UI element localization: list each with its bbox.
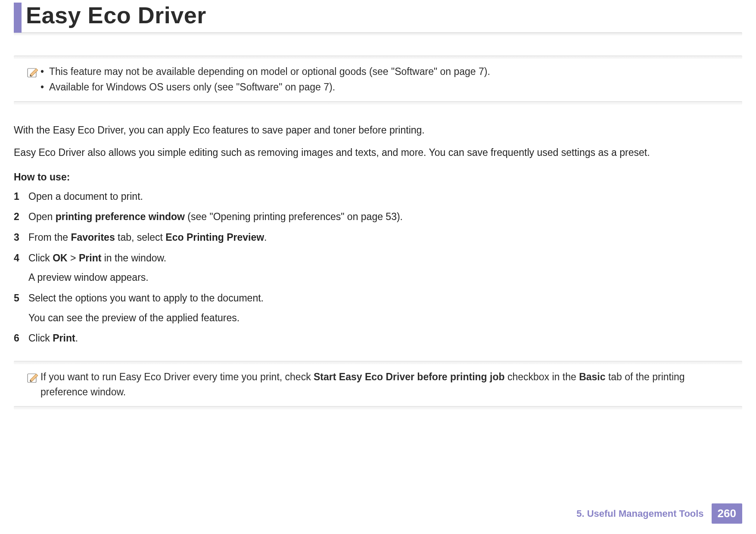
step-6-text: Click Print. <box>28 331 742 346</box>
steps-list: 1 Open a document to print. 2 Open print… <box>14 189 742 346</box>
header-accent-bar <box>14 3 22 33</box>
step-5-text: Select the options you want to apply to … <box>28 291 742 326</box>
step-5-sub: You can see the preview of the applied f… <box>28 310 742 326</box>
note1-bullet-1: • This feature may not be available depe… <box>40 64 734 80</box>
step-4-sub: A preview window appears. <box>28 270 742 286</box>
note-top-rule <box>14 56 742 59</box>
page-header: Easy Eco Driver <box>14 0 742 36</box>
step-3-text: From the Favorites tab, select Eco Print… <box>28 230 742 245</box>
footer-page-number: 260 <box>712 503 742 524</box>
intro-paragraph-1: With the Easy Eco Driver, you can apply … <box>14 123 742 138</box>
note1-bullet-2-text: Available for Windows OS users only (see… <box>49 80 335 95</box>
step-4: 4 Click OK > Print in the window. A prev… <box>14 251 742 286</box>
step-3-number: 3 <box>14 230 28 245</box>
page-footer: 5. Useful Management Tools 260 <box>576 503 742 524</box>
step-6-number: 6 <box>14 331 28 346</box>
step-6: 6 Click Print. <box>14 331 742 346</box>
step-2: 2 Open printing preference window (see "… <box>14 209 742 225</box>
note2-text: If you want to run Easy Eco Driver every… <box>40 369 734 400</box>
note-bottom-rule <box>14 101 742 105</box>
header-rule <box>14 32 742 36</box>
note-pencil-icon <box>26 66 40 81</box>
note-pencil-icon <box>26 371 40 386</box>
step-5-number: 5 <box>14 291 28 326</box>
step-1-text: Open a document to print. <box>28 189 742 205</box>
step-1-number: 1 <box>14 189 28 205</box>
how-to-label: How to use: <box>14 171 742 183</box>
note1-bullet-1-text: This feature may not be available depend… <box>49 64 490 80</box>
step-4-text: Click OK > Print in the window. A previe… <box>28 251 742 286</box>
footer-chapter-label: 5. Useful Management Tools <box>576 503 711 524</box>
step-3: 3 From the Favorites tab, select Eco Pri… <box>14 230 742 245</box>
note2-top-rule <box>14 361 742 364</box>
note1-bullet-2: • Available for Windows OS users only (s… <box>40 80 734 95</box>
note-block-1: • This feature may not be available depe… <box>14 56 742 104</box>
step-4-number: 4 <box>14 251 28 286</box>
step-1: 1 Open a document to print. <box>14 189 742 205</box>
step-2-number: 2 <box>14 209 28 225</box>
intro-paragraph-2: Easy Eco Driver also allows you simple e… <box>14 145 742 160</box>
step-2-text: Open printing preference window (see "Op… <box>28 209 742 225</box>
note-block-2: If you want to run Easy Eco Driver every… <box>14 361 742 410</box>
step-5: 5 Select the options you want to apply t… <box>14 291 742 326</box>
page-title: Easy Eco Driver <box>14 3 742 28</box>
note2-bottom-rule <box>14 406 742 410</box>
